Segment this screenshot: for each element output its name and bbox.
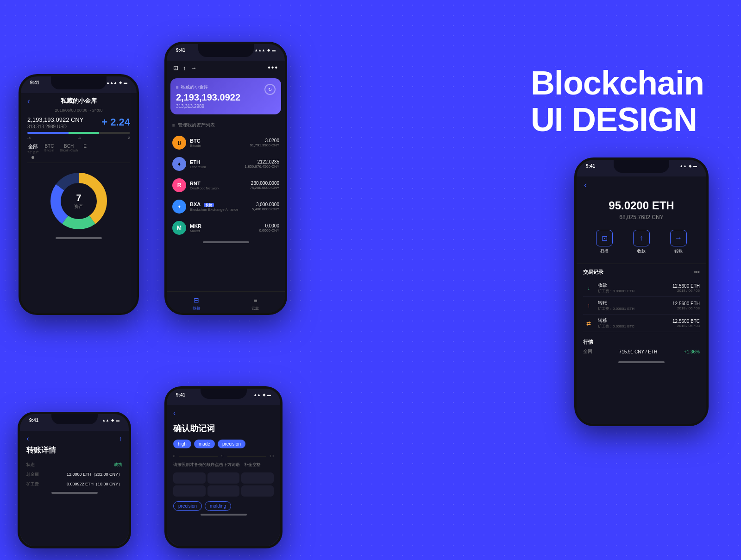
asset-item-eth[interactable]: ♦ ETH Ethereum 2122.0235 1,850,876.4500 … [167, 153, 285, 175]
tab-btc[interactable]: BTC Bitcoin [44, 144, 54, 159]
phone5-top-chips: high made precision [167, 440, 280, 448]
donut-label: 7 资产 [74, 193, 83, 210]
chip-precision-bottom[interactable]: precision [173, 501, 202, 511]
phone1-status-icons: ▲▲▲ ◈ ▬ [106, 81, 127, 85]
phone2-more-icon[interactable]: ••• [268, 63, 278, 72]
phone1-notch [51, 76, 107, 89]
phone3-home-indicator [618, 361, 665, 363]
label-neg4: -4 [27, 136, 31, 140]
tx-more-icon[interactable]: ••• [694, 269, 700, 276]
word-cell-2[interactable] [207, 472, 240, 484]
arrow-right-icon[interactable]: → [191, 64, 197, 71]
phone-transfer-details: 9:41 ▲▲ ◈ ▬ ‹ ↑ 转账详情 状态 成功 总金额 12.0000 E… [18, 412, 131, 548]
phone4-title: 转账详情 [20, 446, 129, 460]
tx-item-transfer[interactable]: ⇄ 转移 矿工费：0.00001 BTC 12.5600 BTC 2018 / … [583, 315, 700, 332]
asset-item-btc[interactable]: ₿ BTC Bitcoin 3.0200 91,791.3900 CNY [167, 132, 285, 153]
title-block: Blockchain UI DESIGN [531, 65, 704, 138]
action-receive[interactable]: ↑ 收款 [633, 230, 650, 254]
title-line1: Blockchain [531, 65, 704, 101]
phone1-progress-labels: -4 -1 2 [27, 136, 130, 140]
phone3-status-icons: ▲▲ ◈ ▬ [679, 164, 697, 168]
phone5-time: 9:41 [176, 392, 185, 397]
tx-item-send[interactable]: ↑ 转账 矿工费：0.00001 ETH 12.5600 ETH 2018 / … [583, 297, 700, 315]
phone4-notch [51, 414, 98, 424]
market-change: +1.36% [684, 349, 700, 354]
phone4-home-indicator [51, 492, 98, 494]
btc-icon: ₿ [172, 136, 186, 150]
scan-icon[interactable]: ⊡ [173, 64, 178, 71]
wallet-card-amount: 2,193,193.0922 [176, 92, 276, 103]
tx-info-receive: 收款 矿工费：0.00001 ETH [598, 282, 669, 294]
transfer-row-fee: 矿工费 0.000922 ETH（10.00 CNY） [20, 479, 129, 489]
phone2-section-header: ≡ 管理我的资产列表 [167, 118, 285, 132]
tab-all[interactable]: 全部 7个资产 [27, 144, 39, 159]
list-nav-icon: ≡ [251, 296, 260, 305]
word-cell-3[interactable] [241, 472, 274, 484]
phone4-share-icon[interactable]: ↑ [119, 435, 122, 442]
phone4-back-button[interactable]: ‹ [26, 434, 29, 443]
phone1-back-button[interactable]: ‹ [27, 96, 30, 106]
rnt-amounts: 230,000.0000 75,200.0000 CNY [250, 181, 279, 190]
rnt-info: RNT OneRoot Network [190, 181, 246, 190]
eth-amounts: 2122.0235 1,850,876.4500 CNY [245, 159, 279, 169]
nav-list[interactable]: ≡ 云志 [251, 296, 260, 311]
word-cell-4[interactable] [173, 485, 206, 497]
phone2-status-icons: ▲▲▲ ◈ ▬ [254, 48, 276, 52]
phone5-word-grid [167, 472, 280, 497]
nav-wallet[interactable]: ⊟ 钱包 [192, 296, 201, 311]
transfer-row-status: 状态 成功 [20, 460, 129, 470]
battery-icon: ▬ [124, 81, 127, 85]
phone3-screen: ‹ 95.0200 ETH 68,025.7682 CNY ⊡ 扫描 ↑ 收款 … [577, 176, 706, 424]
market-title: 行情 [583, 339, 700, 346]
tx-amounts-transfer: 12.5600 BTC 2018 / 06 / 03 [672, 319, 700, 328]
scan-action-icon: ⊡ [596, 230, 613, 246]
chip-molding[interactable]: molding [205, 501, 231, 511]
phone3-actions: ⊡ 扫描 ↑ 收款 → 转账 [577, 230, 706, 264]
upload-icon[interactable]: ↑ [183, 64, 186, 71]
phone1-screen: ‹ 私藏的小金库 2018/06/08 00:00 ~ 24:00 2,193,… [21, 93, 137, 313]
phone5-header: ‹ [167, 405, 280, 419]
phone5-screen: ‹ 确认助记词 high made precision 8 9 10 请按照刚才… [167, 405, 280, 546]
phone3-time: 9:41 [586, 164, 595, 169]
btc-amounts: 3.0200 91,791.3900 CNY [250, 138, 279, 147]
word-cell-6[interactable] [241, 485, 274, 497]
phone4-header: ‹ ↑ [20, 431, 129, 446]
asset-item-bxa[interactable]: ✦ BXA 快捷 Blockchan Exchange Alliance 3,0… [167, 196, 285, 217]
phone5-home-indicator [201, 514, 247, 516]
phone1-asset-tabs: 全部 7个资产 BTC Bitcoin BCH Bitcoin Cash E [27, 144, 130, 163]
phone1-title: 私藏的小金库 [61, 97, 97, 105]
phone1-progress-green [69, 132, 100, 134]
action-scan[interactable]: ⊡ 扫描 [596, 230, 613, 254]
phone1-header: ‹ 私藏的小金库 [27, 97, 130, 105]
tx-title: 交易记录 [583, 269, 603, 276]
wallet-card-sub: 313,313.2989 [176, 104, 276, 109]
wallet-refresh-icon[interactable]: ↻ [264, 84, 276, 95]
tab-other[interactable]: E [83, 144, 87, 159]
transfer-action-icon: → [670, 230, 687, 246]
asset-item-rnt[interactable]: R RNT OneRoot Network 230,000.0000 75,20… [167, 175, 285, 196]
chip-precision[interactable]: precision [218, 440, 245, 448]
phone4-screen: ‹ ↑ 转账详情 状态 成功 总金额 12.0000 ETH（202.00 CN… [20, 431, 129, 546]
eth-cny: 68,025.7682 CNY [584, 214, 699, 220]
phone5-title: 确认助记词 [167, 419, 280, 440]
word-cell-1[interactable] [173, 472, 206, 484]
tx-item-receive[interactable]: ↓ 收款 矿工费：0.00001 ETH 12.5600 ETH 2018 / … [583, 279, 700, 297]
wallet-card-title: ≡ 私藏的小金库 [176, 84, 276, 90]
receive-tx-icon: ↓ [583, 283, 594, 294]
asset-item-mkr[interactable]: M MKR Maker 0.0000 0.0000 CNY [167, 217, 285, 239]
chip-high[interactable]: high [173, 440, 191, 448]
phone-mnemonic: 9:41 ▲▲ ◈ ▬ ‹ 确认助记词 high made precision … [164, 386, 283, 548]
phone3-back-button[interactable]: ‹ [584, 180, 587, 190]
word-cell-5[interactable] [207, 485, 240, 497]
phone3-notch [614, 160, 669, 173]
mkr-amounts: 0.0000 0.0000 CNY [259, 223, 279, 233]
action-transfer[interactable]: → 转账 [670, 230, 687, 254]
phone5-back-button[interactable]: ‹ [173, 409, 176, 417]
title-line2: UI DESIGN [531, 101, 704, 138]
phone1-change: + 2.24 [101, 116, 130, 128]
phone2-notch [198, 44, 254, 57]
phone1-subtitle: 2018/06/08 00:00 ~ 24:00 [27, 108, 130, 113]
wallet-nav-icon: ⊟ [192, 296, 201, 305]
tab-bch[interactable]: BCH Bitcoin Cash [60, 144, 78, 159]
chip-made[interactable]: made [194, 440, 215, 448]
